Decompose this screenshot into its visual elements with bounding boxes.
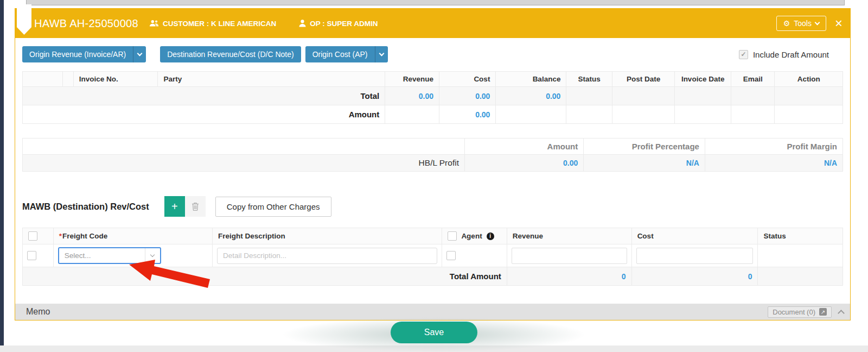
hbl-profit-percentage: N/A — [584, 155, 705, 172]
customer-label-group: CUSTOMER : K LINE AMERICAN — [149, 20, 276, 28]
hbl-profit-row: HB/L Profit 0.00 N/A N/A — [23, 155, 843, 172]
panel-body: Origin Revenue (Invoice/AR) Destination … — [15, 38, 850, 286]
col-freight-code: *Freight Code — [53, 228, 212, 244]
origin-cost-button[interactable]: Origin Cost (AP) — [305, 46, 375, 62]
close-icon[interactable]: × — [835, 17, 843, 30]
origin-revenue-button[interactable]: Origin Revenue (Invoice/AR) — [22, 46, 133, 62]
col-profit-percentage: Profit Percentage — [584, 139, 705, 155]
hbl-profit-amount: 0.00 — [464, 155, 583, 172]
hbl-profit-label: HB/L Profit — [23, 155, 465, 172]
select-all-header — [23, 228, 54, 244]
agent-header-label: Agent — [461, 232, 482, 240]
col-status: Status — [566, 72, 612, 87]
panel-above-edge — [26, 0, 845, 5]
add-charge-button[interactable]: + — [164, 196, 185, 217]
include-draft-group: ✓ Include Draft Amount — [739, 46, 843, 62]
col-invoice-no: Invoice No. — [73, 72, 158, 87]
col-agent: Agent i — [442, 228, 507, 244]
freight-header-row: *Freight Code Freight Description Agent … — [23, 228, 843, 244]
users-icon — [149, 20, 159, 27]
app-sidebar-edge — [0, 0, 4, 352]
gears-icon: ⚙ — [783, 20, 790, 27]
blank-header — [23, 72, 63, 87]
select-caret-zone[interactable] — [145, 248, 160, 263]
col-freight-status: Status — [758, 228, 843, 244]
profit-header-row: Amount Profit Percentage Profit Margin — [23, 139, 843, 155]
include-draft-checkbox[interactable]: ✓ — [739, 50, 748, 59]
invoice-header-row: Invoice No. Party Revenue Cost Balance S… — [23, 72, 843, 87]
freight-code-select-value: Select... — [59, 252, 145, 260]
tools-button[interactable]: ⚙ Tools — [776, 16, 826, 31]
agent-all-checkbox[interactable] — [448, 231, 457, 241]
amount-row: Amount 0.00 — [23, 105, 843, 124]
total-row-label: Total — [23, 87, 385, 105]
freight-total-row: Total Amount 0 0 — [23, 267, 843, 286]
col-email: Email — [731, 72, 775, 87]
col-invoice-date: Invoice Date — [674, 72, 731, 87]
user-icon — [299, 20, 306, 27]
amount-row-label: Amount — [23, 105, 385, 124]
revenue-input[interactable] — [512, 248, 627, 264]
total-revenue-value: 0.00 — [385, 87, 439, 105]
hawb-charges-panel: HAWB AH-25050008 CUSTOMER : K LINE AMERI… — [15, 8, 851, 320]
hbl-profit-margin: N/A — [705, 155, 843, 172]
col-freight-cost: Cost — [631, 228, 758, 244]
col-profit-margin: Profit Margin — [705, 139, 843, 155]
charge-type-toolbar: Origin Revenue (Invoice/AR) Destination … — [22, 46, 843, 62]
destination-revenue-cost-button[interactable]: Destination Revenue/Cost (D/C Note) — [160, 46, 301, 62]
col-party: Party — [158, 72, 385, 87]
bookmark-ribbon-icon — [17, 4, 31, 35]
copy-from-other-charges-button[interactable]: Copy from Other Charges — [215, 197, 331, 217]
document-button[interactable]: Document (0) ↗ — [768, 306, 832, 318]
total-amount-revenue: 0 — [507, 267, 631, 286]
origin-cost-dropdown-button[interactable] — [375, 46, 388, 62]
agent-row-checkbox[interactable] — [446, 251, 456, 260]
operator-label: OP : SUPER ADMIN — [310, 20, 378, 28]
amount-cost-value: 0.00 — [439, 105, 496, 124]
freight-code-select[interactable]: Select... — [58, 247, 161, 264]
chevron-down-icon — [150, 253, 155, 257]
col-revenue: Revenue — [385, 72, 439, 87]
page-title: HAWB AH-25050008 — [34, 17, 138, 30]
invoice-table: Invoice No. Party Revenue Cost Balance S… — [22, 71, 843, 124]
col-profit-amount: Amount — [464, 139, 583, 155]
customer-label: CUSTOMER : K LINE AMERICAN — [163, 20, 276, 28]
cost-input[interactable] — [636, 248, 754, 264]
document-button-label: Document (0) — [773, 308, 815, 316]
mawb-section-title: MAWB (Destination) Rev/Cost — [22, 202, 149, 212]
memo-bar: Memo Document (0) ↗ — [15, 304, 850, 320]
trash-icon — [192, 202, 199, 211]
check-icon: ✓ — [741, 51, 746, 58]
memo-label: Memo — [26, 307, 50, 317]
total-amount-label: Total Amount — [23, 267, 507, 286]
col-balance: Balance — [496, 72, 566, 87]
select-all-checkbox[interactable] — [28, 231, 37, 241]
bottom-edge — [0, 345, 868, 352]
col-freight-revenue: Revenue — [507, 228, 631, 244]
col-action: Action — [775, 72, 843, 87]
origin-revenue-dropdown-button[interactable] — [133, 46, 146, 62]
freight-input-row: Select... — [23, 244, 843, 267]
operator-label-group: OP : SUPER ADMIN — [299, 20, 378, 28]
total-row: Total 0.00 0.00 0.00 — [23, 87, 843, 105]
tools-button-label: Tools — [794, 19, 812, 28]
include-draft-label: Include Draft Amount — [753, 50, 829, 59]
col-cost: Cost — [439, 72, 496, 87]
mawb-section-header: MAWB (Destination) Rev/Cost + Copy from … — [22, 196, 843, 217]
freight-description-input[interactable] — [217, 248, 437, 264]
delete-charge-button[interactable] — [185, 196, 206, 217]
plus-icon: + — [171, 200, 178, 213]
row-checkbox[interactable] — [27, 251, 36, 260]
external-link-icon: ↗ — [819, 308, 827, 316]
col-freight-description: Freight Description — [213, 228, 442, 244]
save-button[interactable]: Save — [391, 322, 477, 343]
info-icon: i — [487, 232, 494, 240]
freight-charges-table: *Freight Code Freight Description Agent … — [22, 228, 843, 286]
collapse-toggle[interactable] — [839, 308, 844, 316]
chevron-down-icon — [379, 51, 384, 56]
chevron-down-icon — [815, 20, 820, 26]
profit-table: Amount Profit Percentage Profit Margin H… — [22, 138, 843, 172]
col-post-date: Post Date — [612, 72, 675, 87]
blank-header — [63, 72, 74, 87]
total-balance-value: 0.00 — [496, 87, 566, 105]
